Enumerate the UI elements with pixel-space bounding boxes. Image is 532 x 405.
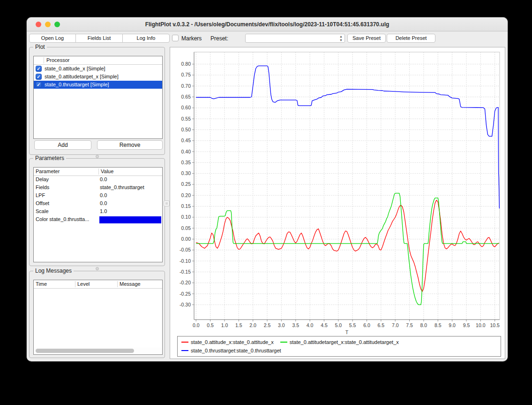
green-line-swatch-icon [280,342,287,343]
chart-legend: state_0.attitude_x:state_0.attitude_x st… [177,336,501,357]
red-line-swatch-icon [181,342,188,343]
svg-text:0.40: 0.40 [181,149,191,154]
save-preset-button[interactable]: Save Preset [347,34,386,43]
log-messages-table: Time Level Message [33,280,163,355]
svg-text:0.65: 0.65 [181,94,191,99]
preset-label: Preset: [210,35,228,42]
param-row-lpf[interactable]: LPF 0.0 [34,192,162,200]
markers-label: Markers [181,35,202,42]
splitter-grip[interactable] [96,267,99,270]
parameters-table: Parameter Value Delay 0.0 Fields state_0… [33,167,163,262]
svg-text:-0.25: -0.25 [180,291,191,297]
log-messages-panel-title: Log Messages [33,267,74,274]
log-table-header: Time Level Message [34,280,162,289]
title-bar: FlightPlot v.0.3.2 - /Users/oleg/Documen… [27,17,508,31]
plot-panel-title: Plot [33,44,47,50]
svg-text:0.10: 0.10 [181,214,191,220]
chart-panel: 0.00.51.01.52.02.53.03.54.04.55.05.56.06… [170,47,505,359]
log-info-button[interactable]: Log Info [122,34,170,43]
combobox-stepper-icon[interactable]: ▲▼ [339,35,343,42]
svg-text:0.55: 0.55 [181,116,191,122]
open-log-button[interactable]: Open Log [29,34,76,43]
svg-text:6.0: 6.0 [363,322,370,328]
svg-text:0.00: 0.00 [181,236,191,242]
svg-text:0.50: 0.50 [181,127,191,132]
svg-text:T: T [345,329,349,335]
svg-text:0.70: 0.70 [181,83,191,89]
log-messages-panel: Log Messages Time Level Message [29,271,165,358]
legend-item-attitudetarget-x: state_0.attitudetarget_x:state_0.attitud… [280,338,399,346]
remove-button[interactable]: Remove [97,140,163,150]
param-row-color[interactable]: Color state_0.thrustta... [34,216,162,224]
svg-text:3.5: 3.5 [292,322,299,328]
svg-text:8.0: 8.0 [420,322,427,328]
param-row-scale[interactable]: Scale 1.0 [34,208,162,216]
legend-item-thrusttarget: state_0.thrusttarget:state_0.thrusttarge… [181,346,281,355]
checked-checkbox-icon[interactable]: ✓ [36,74,42,80]
processor-row-attitudetarget-x[interactable]: ✓ state_0.attitudetarget_x [Simple] [34,73,162,81]
svg-text:-0.10: -0.10 [180,258,191,264]
svg-text:9.0: 9.0 [449,322,456,328]
svg-text:0.60: 0.60 [181,105,191,110]
parameters-table-header: Parameter Value [34,168,162,176]
svg-text:10.5: 10.5 [490,322,500,328]
svg-text:2.0: 2.0 [249,322,256,328]
markers-checkbox[interactable] [172,35,179,41]
legend-item-attitude-x: state_0.attitude_x:state_0.attitude_x [181,338,274,346]
svg-text:0.45: 0.45 [181,138,191,143]
message-column-header: Message [120,281,141,287]
svg-text:6.5: 6.5 [378,322,385,328]
delete-preset-button[interactable]: Delete Preset [387,34,435,43]
parameters-panel: Parameters Parameter Value Delay 0.0 Fie… [29,158,165,266]
svg-text:0.35: 0.35 [181,160,191,165]
svg-text:4.0: 4.0 [307,322,314,328]
processor-row-thrusttarget[interactable]: ✓ state_0.thrusttarget [Simple] [34,81,162,89]
plot-panel: Plot Processor ✓ state_0.attitude_x [Sim… [29,47,165,155]
svg-text:1.0: 1.0 [221,322,228,328]
value-column-header: Value [101,168,113,174]
color-swatch[interactable] [99,216,161,223]
svg-text:3.0: 3.0 [278,322,285,328]
svg-text:0.5: 0.5 [207,322,214,328]
window-title: FlightPlot v.0.3.2 - /Users/oleg/Documen… [27,17,508,31]
time-column-header: Time [36,281,47,287]
svg-text:10.0: 10.0 [476,322,486,328]
svg-text:4.5: 4.5 [321,322,328,328]
svg-text:0.30: 0.30 [181,170,191,176]
checked-checkbox-icon[interactable]: ✓ [36,82,42,88]
svg-text:-0.05: -0.05 [180,247,191,252]
svg-text:0.25: 0.25 [181,181,191,187]
vertical-splitter-grip[interactable] [164,200,170,206]
checked-checkbox-icon[interactable]: ✓ [36,66,42,72]
fields-list-button[interactable]: Fields List [75,34,123,43]
svg-text:8.5: 8.5 [435,322,442,328]
preset-combobox[interactable]: ▲▼ [245,34,345,43]
processor-table: Processor ✓ state_0.attitude_x [Simple] … [33,56,163,139]
add-button[interactable]: Add [34,140,91,150]
svg-text:9.5: 9.5 [463,322,470,328]
processor-row-attitude-x[interactable]: ✓ state_0.attitude_x [Simple] [34,65,162,73]
svg-text:-0.30: -0.30 [180,302,191,307]
svg-text:0.80: 0.80 [181,61,191,67]
svg-text:0.20: 0.20 [181,192,191,198]
param-row-offset[interactable]: Offset 0.0 [34,200,162,208]
toolbar: Open Log Fields List Log Info Markers Pr… [27,32,508,46]
column-divider [75,281,75,287]
svg-text:5.0: 5.0 [335,322,342,328]
flight-plot-chart[interactable]: 0.00.51.01.52.02.53.03.54.04.55.05.56.06… [170,47,505,335]
svg-text:0.15: 0.15 [181,203,191,209]
column-divider [44,57,44,63]
level-column-header: Level [77,281,90,287]
horizontal-scrollbar[interactable] [34,348,162,354]
processor-column-header: Processor [46,57,70,63]
svg-text:5.5: 5.5 [349,322,356,328]
splitter-grip[interactable] [96,155,99,158]
svg-text:-0.20: -0.20 [180,280,191,285]
svg-text:1.5: 1.5 [235,322,242,328]
param-row-fields[interactable]: Fields state_0.thrusttarget [34,184,162,192]
svg-text:7.0: 7.0 [392,322,399,328]
scrollbar-thumb[interactable] [36,349,134,353]
svg-text:-0.15: -0.15 [180,269,191,275]
param-row-delay[interactable]: Delay 0.0 [34,176,162,184]
column-divider [98,168,99,175]
